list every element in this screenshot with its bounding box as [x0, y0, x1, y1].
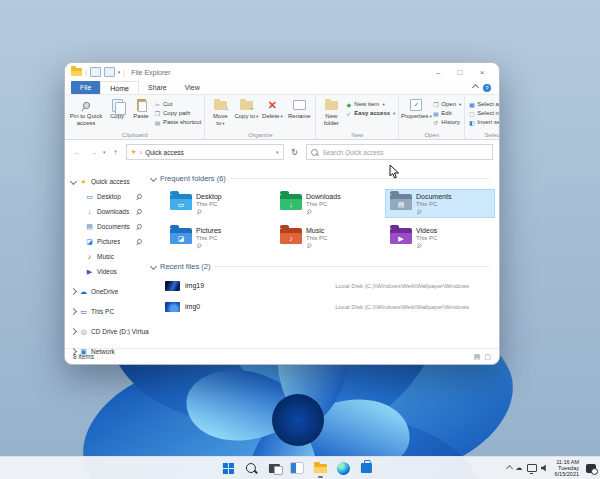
section-divider [230, 178, 489, 179]
pin-icon [307, 243, 313, 249]
open-group-label: Open [399, 132, 464, 138]
large-icons-view-button[interactable]: ▢ [484, 353, 491, 361]
ribbon-group-new: New folder ◆New item ✓Easy access New [316, 95, 399, 139]
copy-button[interactable]: Copy [106, 98, 128, 120]
notification-center-button[interactable] [586, 464, 596, 473]
sidebar-item-onedrive[interactable]: ☁ OneDrive [65, 284, 149, 299]
easy-access-button[interactable]: ✓Easy access [345, 109, 395, 117]
videos-icon: ▶ [85, 268, 94, 276]
sidebar-item-documents[interactable]: ▤ Documents [65, 219, 149, 234]
sidebar-item-quick-access[interactable]: ★ Quick access [65, 174, 149, 189]
sidebar-item-this-pc[interactable]: ▭ This PC [65, 304, 149, 319]
recent-file-row[interactable]: img19 Local Disk (C:)\Windows\Web\Wallpa… [165, 275, 499, 296]
edit-button[interactable]: ▤Edit [432, 109, 461, 117]
taskbar-clock[interactable]: 11:16 AM Tuesday 6/15/2021 [555, 459, 579, 478]
folder-tile-downloads[interactable]: ↓ DownloadsThis PC [275, 189, 385, 218]
refresh-button[interactable]: ↻ [288, 144, 302, 160]
invert-selection-icon: ◧ [468, 119, 475, 126]
details-view-button[interactable]: ▤ [474, 353, 481, 361]
help-icon[interactable]: ? [483, 84, 491, 92]
qat-customize-caret-icon[interactable]: ▾ [118, 69, 121, 75]
start-button[interactable] [220, 460, 236, 476]
delete-button[interactable]: ✕ Delete [260, 98, 284, 121]
invert-selection-button[interactable]: ◧Invert selection [468, 118, 499, 126]
copy-to-button[interactable]: → Copy to [234, 98, 258, 121]
sidebar-item-downloads[interactable]: ↓ Downloads [65, 204, 149, 219]
address-dropdown-caret-icon[interactable]: ▾ [276, 149, 279, 155]
task-view-button[interactable] [266, 460, 282, 476]
forward-button[interactable]: → [87, 148, 99, 157]
ribbon-group-clipboard: Pin to Quick access Copy Paste ✂Cut ❐Cop… [65, 95, 205, 139]
chevron-right-icon[interactable] [70, 288, 77, 295]
tab-share[interactable]: Share [139, 81, 176, 94]
address-bar[interactable]: ★ › Quick access ▾ [126, 144, 284, 160]
open-button[interactable]: ❐Open [432, 100, 461, 108]
pin-icon [197, 209, 203, 215]
item-count: 8 items [73, 353, 94, 360]
widgets-button[interactable] [289, 460, 305, 476]
new-item-button[interactable]: ◆New item [345, 100, 395, 108]
rename-button[interactable]: Rename [286, 98, 312, 120]
folder-tile-music[interactable]: ♪ MusicThis PC [275, 223, 385, 252]
sidebar-item-videos[interactable]: ▶ Videos [65, 264, 149, 279]
rename-icon [293, 100, 306, 110]
properties-button[interactable]: ✓ Properties [402, 98, 430, 121]
copy-path-button[interactable]: ❐Copy path [154, 109, 201, 117]
collapse-section-icon[interactable] [150, 175, 157, 182]
store-button[interactable] [358, 460, 374, 476]
new-group-label: New [316, 132, 398, 138]
qat-properties-icon[interactable] [90, 67, 101, 77]
status-bar: 8 items ▤ ▢ [65, 348, 499, 364]
pin-to-quick-access-button[interactable]: Pin to Quick access [68, 98, 104, 126]
file-explorer-taskbar-button[interactable] [312, 460, 328, 476]
move-to-button[interactable]: ↓ Move to [208, 98, 232, 127]
taskbar-search-button[interactable] [243, 460, 259, 476]
folder-tile-documents[interactable]: ▤ DocumentsThis PC [385, 189, 495, 218]
pushpin-icon [81, 100, 91, 110]
cut-button[interactable]: ✂Cut [154, 100, 201, 108]
network-tray-icon[interactable] [527, 464, 537, 472]
maximize-button[interactable]: □ [449, 65, 471, 79]
collapse-section-icon[interactable] [150, 263, 157, 270]
tray-overflow-button[interactable] [507, 466, 512, 471]
search-box[interactable] [306, 144, 493, 160]
onedrive-cloud-icon: ☁ [79, 288, 88, 296]
chevron-right-icon[interactable] [70, 308, 77, 315]
organize-group-label: Organize [205, 132, 315, 138]
recent-locations-caret-icon[interactable]: ▾ [103, 149, 106, 155]
folder-tile-desktop[interactable]: ▭ DesktopThis PC [165, 189, 275, 218]
edge-button[interactable] [335, 460, 351, 476]
select-none-button[interactable]: ▢Select none [468, 109, 499, 117]
select-all-button[interactable]: ▦Select all [468, 100, 499, 108]
sidebar-item-desktop[interactable]: ▭ Desktop [65, 189, 149, 204]
paste-button[interactable]: Paste [130, 98, 152, 120]
history-button[interactable]: ↺History [432, 118, 461, 126]
chevron-right-icon[interactable] [70, 328, 77, 335]
up-button[interactable]: ↑ [110, 148, 122, 157]
image-thumbnail [165, 281, 180, 291]
new-folder-button[interactable]: New folder [319, 98, 343, 126]
recent-file-row[interactable]: img0 Local Disk (C:)\Windows\Web\Wallpap… [165, 296, 499, 317]
paste-label: Paste [133, 113, 148, 120]
recent-files-title: Recent files (2) [160, 262, 210, 271]
back-button[interactable]: ← [71, 148, 83, 157]
chevron-down-icon[interactable] [70, 178, 77, 185]
paste-shortcut-button[interactable]: ▤Paste shortcut [154, 118, 201, 126]
tab-file[interactable]: File [71, 81, 100, 94]
folder-tile-pictures[interactable]: ◪ PicturesThis PC [165, 223, 275, 252]
onedrive-tray-icon[interactable]: ☁ [516, 464, 523, 472]
minimize-button[interactable]: – [427, 65, 449, 79]
close-button[interactable]: × [471, 65, 493, 79]
search-input[interactable] [321, 148, 488, 157]
breadcrumb[interactable]: Quick access [145, 149, 273, 156]
sidebar-item-cd-drive[interactable]: ◎ CD Drive (D:) Virtual [65, 324, 149, 339]
minimize-ribbon-icon[interactable] [472, 84, 479, 91]
tab-view[interactable]: View [176, 81, 209, 94]
sidebar-item-pictures[interactable]: ◪ Pictures [65, 234, 149, 249]
folder-tile-videos[interactable]: ▶ VideosThis PC [385, 223, 495, 252]
sidebar-item-music[interactable]: ♪ Music [65, 249, 149, 264]
tab-home[interactable]: Home [100, 81, 139, 94]
qat-new-folder-icon[interactable] [104, 67, 115, 77]
volume-tray-icon[interactable] [541, 465, 548, 472]
edit-icon: ▤ [432, 110, 439, 117]
